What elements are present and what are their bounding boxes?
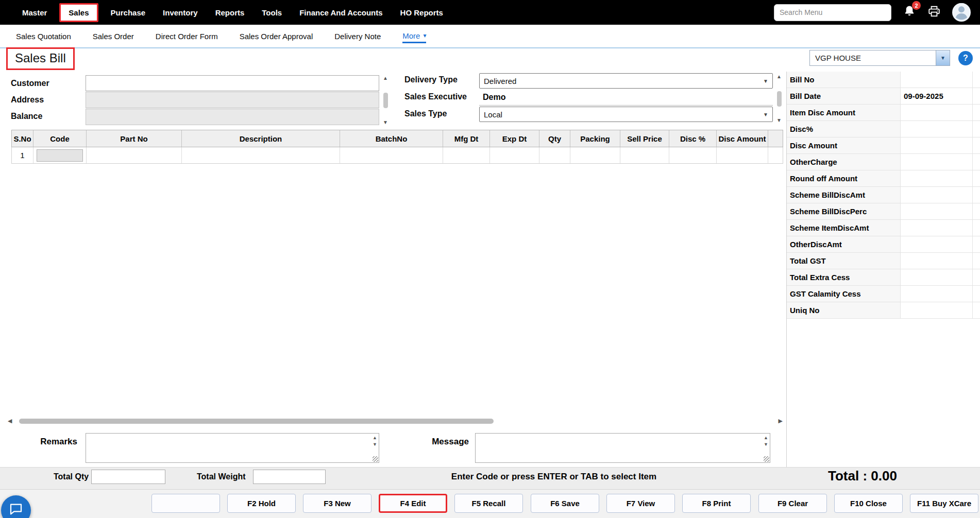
printer-icon (927, 5, 941, 20)
fkey-blank-button[interactable] (151, 494, 220, 513)
nav-item-master[interactable]: Master (13, 0, 56, 25)
top-navigation: Master Sales Purchase Inventory Reports … (0, 0, 980, 25)
summary-row: GST Calamity Cess (787, 286, 980, 302)
branch-select[interactable]: VGP HOUSE ▼ (809, 50, 950, 66)
summary-label: GST Calamity Cess (787, 286, 901, 302)
resize-handle-icon[interactable] (373, 456, 378, 462)
scroll-left-icon[interactable]: ◀ (8, 418, 12, 424)
subnav-item-more[interactable]: More ▾ (402, 29, 426, 43)
delivery-type-select[interactable]: Delivered ▼ (479, 73, 773, 89)
summary-row: Bill Date 09-09-2025 (787, 88, 980, 105)
summary-row: Total Extra Cess (787, 269, 980, 286)
summary-label: Scheme BillDiscPerc (787, 203, 901, 219)
customer-scrollbar: ▲ ▼ (381, 76, 390, 125)
f7-view-button[interactable]: F7 View (606, 494, 675, 513)
nav-item-ho-reports[interactable]: HO Reports (392, 0, 452, 25)
col-header-partial (768, 130, 783, 147)
row-batchno-cell (340, 147, 443, 163)
scroll-up-icon[interactable]: ▲ (373, 435, 377, 440)
summary-label: Scheme ItemDiscAmt (787, 220, 901, 236)
avatar-icon (952, 3, 971, 22)
customer-input[interactable] (86, 75, 379, 91)
search-input[interactable] (774, 4, 891, 21)
help-button[interactable]: ? (958, 51, 973, 65)
nav-item-finance-and-accounts[interactable]: Finance And Accounts (291, 0, 391, 25)
remarks-field: ▲ ▼ (86, 433, 379, 463)
summary-label: Bill No (787, 72, 901, 88)
scroll-down-icon[interactable]: ▼ (373, 442, 377, 447)
row-description-cell (182, 147, 340, 163)
f6-save-button[interactable]: F6 Save (531, 494, 599, 513)
col-header-sell-price: Sell Price (620, 130, 669, 147)
notification-badge: 2 (912, 1, 921, 10)
f3-new-button[interactable]: F3 New (303, 494, 371, 513)
subnav-item-delivery-note[interactable]: Delivery Note (324, 25, 392, 47)
subnav-item-sales-order-approval[interactable]: Sales Order Approval (229, 25, 324, 47)
nav-item-inventory[interactable]: Inventory (154, 0, 207, 25)
col-header-batchno: BatchNo (340, 130, 443, 147)
delivery-type-label: Delivery Type (404, 75, 458, 84)
notifications-button[interactable]: 2 (903, 5, 916, 20)
col-header-disc-pct: Disc % (669, 130, 717, 147)
scroll-up-icon[interactable]: ▲ (764, 435, 768, 440)
nav-item-purchase[interactable]: Purchase (102, 0, 155, 25)
nav-item-reports[interactable]: Reports (207, 0, 254, 25)
sales-executive-field[interactable]: Demo (479, 90, 773, 106)
total-weight-input[interactable] (253, 470, 326, 484)
code-input[interactable] (37, 149, 83, 162)
sales-executive-label: Sales Executive (404, 92, 467, 101)
form-scrollbar: ▲ ▼ (775, 74, 783, 123)
nav-item-tools[interactable]: Tools (253, 0, 291, 25)
scroll-down-icon[interactable]: ▼ (776, 118, 782, 123)
item-entry-hint: Enter Code or press ENTER or TAB to sele… (399, 472, 708, 482)
summary-value (901, 286, 973, 302)
nav-item-sales[interactable]: Sales (59, 3, 98, 22)
scroll-thumb[interactable] (383, 93, 388, 108)
f8-print-button[interactable]: F8 Print (682, 494, 751, 513)
branch-select-value: VGP HOUSE (810, 50, 936, 65)
subnav-item-sales-order[interactable]: Sales Order (82, 25, 145, 47)
message-field: ▲ ▼ (475, 433, 770, 463)
remarks-textarea[interactable] (86, 434, 379, 462)
message-textarea[interactable] (476, 434, 770, 462)
branch-dropdown-button[interactable]: ▼ (936, 50, 950, 65)
row-qty-cell (539, 147, 570, 163)
print-button[interactable] (927, 5, 941, 20)
row-mfg-dt-cell (443, 147, 490, 163)
summary-value (901, 170, 973, 186)
col-header-disc-amount: Disc Amount (717, 130, 768, 147)
scroll-up-icon[interactable]: ▲ (776, 74, 782, 79)
row-exp-dt-cell (490, 147, 539, 163)
items-table: S.No Code Part No Description BatchNo Mf… (11, 130, 783, 164)
scroll-thumb[interactable] (777, 91, 782, 107)
summary-label: OtherDiscAmt (787, 236, 901, 252)
summary-row: Total GST (787, 253, 980, 269)
scroll-down-icon[interactable]: ▼ (764, 442, 768, 447)
user-avatar-button[interactable] (952, 3, 971, 22)
subnav-more-label: More (402, 31, 420, 40)
scroll-thumb[interactable] (19, 419, 494, 424)
total-qty-input[interactable] (91, 470, 165, 484)
f4-edit-button[interactable]: F4 Edit (379, 494, 447, 513)
subnav-item-sales-quotation[interactable]: Sales Quotation (5, 25, 82, 47)
summary-row: Scheme BillDiscPerc (787, 203, 980, 220)
scroll-right-icon[interactable]: ▶ (779, 418, 783, 424)
scroll-down-icon[interactable]: ▼ (383, 120, 388, 125)
sales-type-select[interactable]: Local ▼ (479, 107, 773, 122)
f10-close-button[interactable]: F10 Close (834, 494, 903, 513)
f11-buy-xcare-button[interactable]: F11 Buy XCare (910, 494, 978, 513)
chevron-down-icon: ▼ (759, 78, 772, 84)
summary-row: Bill No (787, 72, 980, 88)
f5-recall-button[interactable]: F5 Recall (454, 494, 523, 513)
subnav-item-direct-order-form[interactable]: Direct Order Form (145, 25, 229, 47)
scroll-up-icon[interactable]: ▲ (383, 76, 388, 81)
summary-label: Uniq No (787, 302, 901, 318)
f9-clear-button[interactable]: F9 Clear (758, 494, 827, 513)
resize-handle-icon[interactable] (764, 456, 769, 462)
summary-label: Total GST (787, 253, 901, 269)
summary-value (901, 220, 973, 236)
row-disc-amount-cell (717, 147, 768, 163)
summary-row: Scheme BillDiscAmt (787, 187, 980, 203)
col-header-mfg-dt: Mfg Dt (443, 130, 490, 147)
f2-hold-button[interactable]: F2 Hold (227, 494, 296, 513)
